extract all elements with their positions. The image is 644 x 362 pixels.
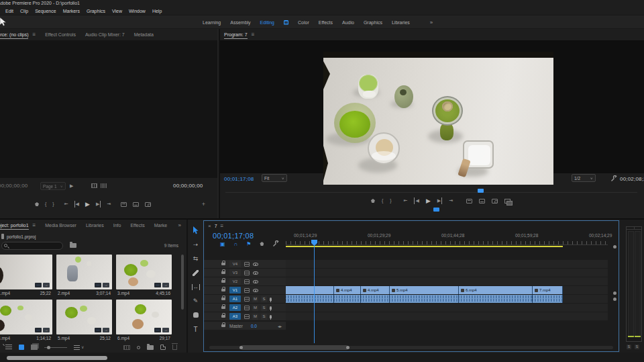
- pen-tool[interactable]: ✎: [192, 297, 200, 305]
- sync-lock-icon[interactable]: [244, 314, 250, 319]
- add-marker-icon[interactable]: [260, 242, 264, 246]
- panel-menu-icon[interactable]: ≡: [32, 32, 36, 38]
- go-to-in-button[interactable]: ⇤: [404, 197, 408, 204]
- thumbnail-options-icon[interactable]: ⋯: [35, 283, 42, 287]
- mark-in-button[interactable]: {: [45, 201, 46, 208]
- track-target-V4[interactable]: V4: [229, 261, 241, 267]
- track-mute-button[interactable]: M: [252, 305, 258, 311]
- timeline-current-timecode[interactable]: 00;01;17;08: [213, 232, 254, 240]
- voiceover-record-icon[interactable]: [270, 306, 272, 310]
- track-lock-icon[interactable]: [221, 298, 225, 300]
- timeline-video-clip-4.mp4[interactable]: 4.mp4: [334, 286, 361, 294]
- thumbnail-arrow-icon[interactable]: →: [103, 283, 109, 287]
- search-input[interactable]: [1, 242, 63, 250]
- timeline-hscroll-thumb[interactable]: [241, 345, 348, 350]
- timeline-audio-clip[interactable]: [286, 295, 334, 303]
- source-current-timecode[interactable]: 00;00;00;00: [0, 183, 28, 189]
- track-content-V1[interactable]: 4.mp44.mp45.mp46.mp47.mp4: [286, 286, 608, 294]
- mark-out-button[interactable]: }: [390, 197, 391, 204]
- timeline-audio-clip-4.mp4[interactable]: [334, 295, 361, 303]
- track-solo-button[interactable]: S: [261, 305, 267, 311]
- voiceover-record-icon[interactable]: [270, 298, 272, 301]
- breadcrumb[interactable]: porfolio1.prproj: [1, 232, 36, 240]
- extract-icon[interactable]: [479, 199, 485, 203]
- settings-wrench-icon[interactable]: [610, 175, 617, 182]
- extract-icon[interactable]: [133, 202, 139, 207]
- menu-clip[interactable]: Clip: [20, 9, 28, 13]
- thumbnail-arrow-icon[interactable]: →: [162, 328, 169, 332]
- master-level-value[interactable]: 0.0: [251, 324, 257, 328]
- sync-lock-icon[interactable]: [244, 306, 250, 310]
- selection-tool[interactable]: [192, 226, 200, 234]
- program-scrubber-playhead[interactable]: [478, 189, 484, 193]
- clip-thumbnail-5.mp4[interactable]: ⋯→: [56, 300, 112, 334]
- clip-thumbnail-2.mp4[interactable]: ⋯→: [56, 255, 112, 289]
- tab-program[interactable]: Program: 7: [224, 30, 248, 40]
- new-bin-icon[interactable]: [147, 345, 154, 350]
- tab-media-browser[interactable]: Media Browser: [45, 220, 76, 230]
- zoom-handle-left[interactable]: [239, 346, 243, 349]
- next-page-button[interactable]: ▶: [70, 183, 73, 189]
- sync-lock-icon[interactable]: [244, 297, 250, 302]
- workspace-menu-icon[interactable]: [284, 20, 288, 25]
- razor-tool[interactable]: [192, 269, 200, 277]
- sync-lock-icon[interactable]: [244, 279, 250, 284]
- play-button[interactable]: ▶: [85, 201, 90, 208]
- source-page-select[interactable]: Page 1∨: [40, 182, 66, 190]
- track-select-forward-tool[interactable]: ⇢: [192, 240, 200, 248]
- mark-in-button[interactable]: {: [382, 197, 383, 204]
- menu-help[interactable]: Help: [152, 9, 162, 13]
- delete-icon[interactable]: [172, 345, 177, 350]
- track-target-V1[interactable]: V1: [229, 287, 241, 293]
- slip-tool[interactable]: ↔: [192, 283, 200, 291]
- track-output-icon[interactable]: [253, 289, 258, 292]
- export-frame-icon[interactable]: [145, 202, 151, 207]
- automate-to-sequence-icon[interactable]: [123, 345, 130, 350]
- track-content-V2[interactable]: [286, 277, 608, 285]
- tab-effect-controls[interactable]: Effect Controls: [45, 30, 76, 40]
- play-button[interactable]: ▶: [426, 197, 431, 204]
- track-content-A1[interactable]: [286, 295, 608, 303]
- button-editor-add-button[interactable]: +: [202, 201, 205, 208]
- thumbnail-options-icon[interactable]: ⋯: [154, 283, 161, 287]
- workspace-tab-effects[interactable]: Effects: [319, 20, 333, 25]
- tab-info[interactable]: Info: [113, 220, 121, 230]
- track-header-A1[interactable]: A1MS: [204, 295, 286, 303]
- tab-audio-clip-mixer-7[interactable]: Audio Clip Mixer: 7: [85, 30, 125, 40]
- track-header-master[interactable]: Master 0.0 ◂▸: [204, 322, 286, 330]
- track-lock-icon[interactable]: [221, 324, 225, 327]
- sync-lock-icon[interactable]: [244, 288, 250, 293]
- step-back-button[interactable]: ◀: [74, 201, 79, 208]
- project-hscroll-thumb[interactable]: [7, 356, 107, 360]
- timeline-video-clip-7.mp4[interactable]: 7.mp4: [533, 286, 563, 294]
- playback-resolution-select[interactable]: 1/2∨: [572, 174, 596, 182]
- track-content-V4[interactable]: [286, 260, 608, 268]
- clip-thumbnail-1.mp4[interactable]: ⋯→: [0, 255, 52, 289]
- track-target-A2[interactable]: A2: [229, 304, 241, 311]
- track-header-A3[interactable]: A3MS: [204, 312, 286, 320]
- panel-menu-icon[interactable]: ≡: [33, 222, 36, 228]
- thumbnail-arrow-icon[interactable]: →: [43, 328, 50, 332]
- track-content-A3[interactable]: [286, 312, 608, 320]
- thumbnail-options-icon[interactable]: ⋯: [154, 328, 161, 332]
- track-output-icon[interactable]: [253, 271, 258, 275]
- program-current-timecode[interactable]: 00;01;17;08: [224, 176, 254, 182]
- track-lock-icon[interactable]: [221, 263, 225, 265]
- voiceover-record-icon[interactable]: [270, 315, 272, 318]
- track-header-A2[interactable]: A2MS: [204, 304, 286, 312]
- icon-view-icon[interactable]: [19, 345, 24, 350]
- tab-sequence-7[interactable]: 7: [215, 224, 217, 228]
- menu-window[interactable]: Window: [129, 9, 146, 13]
- workspace-tab-audio[interactable]: Audio: [342, 20, 354, 25]
- workspace-tab-graphics[interactable]: Graphics: [364, 20, 382, 25]
- workspace-overflow-icon[interactable]: »: [430, 19, 433, 26]
- solo-right-button[interactable]: S: [635, 345, 639, 349]
- tab-libraries[interactable]: Libraries: [86, 220, 104, 230]
- mark-out-button[interactable]: }: [52, 201, 54, 208]
- sync-lock-icon[interactable]: [244, 262, 250, 267]
- menu-graphics[interactable]: Graphics: [87, 9, 105, 13]
- panel-menu-icon[interactable]: ≡: [252, 32, 255, 38]
- add-marker-icon[interactable]: [35, 202, 39, 206]
- clip-thumbnail-6.mp4[interactable]: ⋯→: [116, 300, 172, 334]
- workspace-tab-assembly[interactable]: Assembly: [230, 20, 250, 25]
